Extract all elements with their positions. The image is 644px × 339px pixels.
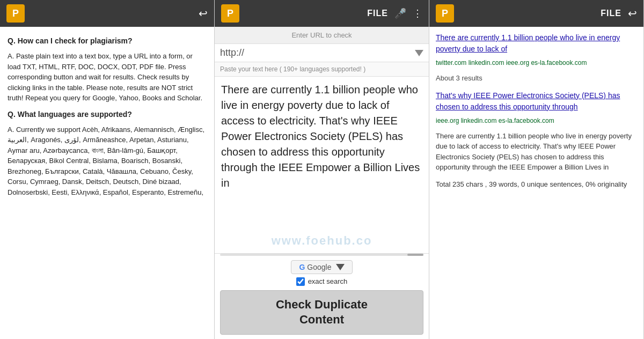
- exact-search-row: exact search: [220, 277, 423, 286]
- search-engine-selector[interactable]: G Google: [291, 260, 352, 274]
- undo-icon-panel3[interactable]: ↩: [628, 7, 637, 20]
- results-content: There are currently 1.1 billion people w…: [429, 27, 643, 339]
- faq-answer-2: A. Currently we support Acèh, Afrikaans,…: [8, 124, 207, 198]
- faq-answer-1: A. Paste plain text into a text box, typ…: [8, 51, 207, 104]
- scrollbar-thumb[interactable]: [407, 254, 423, 256]
- panel2-bottom: G Google exact search Check DuplicateCon…: [215, 256, 429, 339]
- dropdown-icon[interactable]: [415, 50, 423, 56]
- microphone-icon[interactable]: 🎤: [394, 8, 406, 19]
- result2-snippet: There are currently 1.1 billion people w…: [436, 131, 637, 173]
- search-engine-dropdown-icon[interactable]: [336, 264, 345, 270]
- undo-icon[interactable]: ↩: [199, 7, 208, 20]
- search-engine-row: G Google: [220, 260, 423, 274]
- faq-item-1: Q. How can I check for plagiarism? A. Pa…: [8, 35, 207, 104]
- logo-panel1: P: [6, 4, 25, 23]
- faq-content: Q. How can I check for plagiarism? A. Pa…: [0, 27, 214, 339]
- panel-results: P FILE ↩ There are currently 1.1 billion…: [429, 0, 644, 339]
- url-input-row[interactable]: [215, 44, 429, 62]
- stats-text: Total 235 chars , 39 words, 0 unique sen…: [436, 179, 637, 190]
- exact-search-label: exact search: [308, 277, 348, 285]
- more-options-icon[interactable]: ⋮: [413, 8, 422, 19]
- text-content[interactable]: There are currently 1.1 billion people w…: [215, 77, 429, 196]
- faq-question-2: Q. What languages are supported?: [8, 109, 207, 120]
- faq-item-2: Q. What languages are supported? A. Curr…: [8, 109, 207, 198]
- paste-hint: Paste your text here ( 190+ languages su…: [215, 62, 429, 77]
- result-count: About 3 results: [436, 73, 637, 84]
- panel-faq: P ↩ Q. How can I check for plagiarism? A…: [0, 0, 215, 339]
- google-g-letter: G: [299, 263, 305, 271]
- result1-sources: twitter.com linkedin.com ieee.org es-la.…: [436, 58, 637, 68]
- url-bar-label: Enter URL to check: [215, 27, 429, 44]
- panel-input: P FILE 🎤 ⋮ Enter URL to check Paste your…: [215, 0, 429, 339]
- panel2-title: FILE: [367, 9, 388, 18]
- panel1-header: P ↩: [0, 0, 214, 27]
- result2-sources: ieee.org linkedin.com es-la.facebook.com: [436, 116, 637, 126]
- result2-link[interactable]: That's why IEEE Power Electronics Societ…: [436, 90, 637, 113]
- panel2-header: P FILE 🎤 ⋮: [215, 0, 429, 27]
- result1-link[interactable]: There are currently 1.1 billion people w…: [436, 32, 637, 55]
- logo-panel3: P: [436, 4, 454, 23]
- panel3-title: FILE: [601, 9, 621, 18]
- watermark: www.foehub.co: [215, 234, 429, 248]
- panel3-header: P FILE ↩: [429, 0, 643, 27]
- logo-panel2: P: [221, 4, 239, 23]
- faq-question-1: Q. How can I check for plagiarism?: [8, 35, 207, 47]
- text-input-area[interactable]: There are currently 1.1 billion people w…: [215, 77, 429, 254]
- check-duplicate-button[interactable]: Check DuplicateContent: [220, 290, 423, 335]
- scrollbar[interactable]: [220, 254, 423, 256]
- search-engine-label: Google: [307, 263, 331, 271]
- url-input[interactable]: [220, 47, 413, 58]
- exact-search-checkbox[interactable]: [296, 277, 305, 286]
